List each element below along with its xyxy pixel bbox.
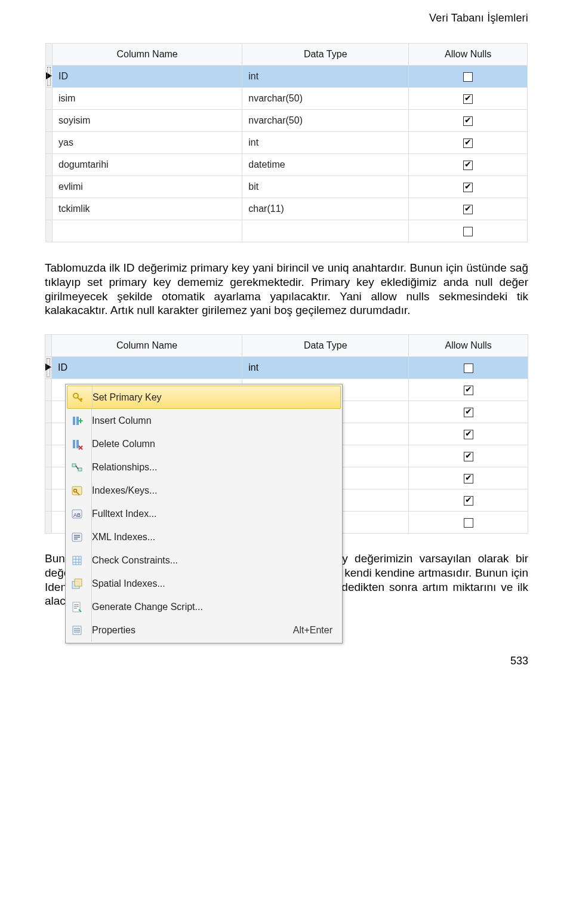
spatial-icon [69,575,85,592]
allow-nulls-checkbox[interactable] [464,386,473,395]
column-name-cell[interactable]: yas [53,132,242,154]
svg-text:AB: AB [73,512,81,518]
menu-item-label: Set Primary Key [93,392,337,403]
header-data-type[interactable]: Data Type [242,335,409,357]
menu-item-fulltext-index[interactable]: ABFulltext Index... [67,502,341,525]
row-gutter[interactable] [45,401,52,423]
allow-nulls-cell[interactable] [409,467,528,489]
table-row[interactable]: IDint [46,66,528,88]
data-type-cell[interactable]: int [242,66,409,88]
column-name-cell[interactable]: ID [53,66,242,88]
row-gutter[interactable] [46,110,53,132]
header-data-type[interactable]: Data Type [242,44,409,66]
data-type-cell[interactable]: bit [242,176,409,198]
allow-nulls-cell[interactable] [409,88,528,110]
column-name-cell[interactable]: soyisim [53,110,242,132]
table-row[interactable]: yasint [46,132,528,154]
row-gutter[interactable] [45,357,52,379]
row-gutter[interactable] [45,467,52,489]
allow-nulls-cell[interactable] [409,198,528,220]
allow-nulls-checkbox[interactable] [463,116,473,126]
header-column-name[interactable]: Column Name [53,44,242,66]
allow-nulls-cell[interactable] [409,66,528,88]
allow-nulls-checkbox[interactable] [463,205,473,214]
menu-item-properties[interactable]: PropertiesAlt+Enter [67,618,341,642]
table-row[interactable] [46,220,528,242]
svg-rect-14 [75,579,82,586]
data-type-cell[interactable]: int [242,357,409,379]
allow-nulls-cell[interactable] [409,445,528,467]
insert-col-icon [69,412,85,429]
table-row[interactable]: tckimlikchar(11) [46,198,528,220]
allow-nulls-cell[interactable] [409,489,528,512]
row-gutter[interactable] [46,198,53,220]
column-name-cell[interactable]: ID [52,357,242,379]
row-gutter[interactable] [46,154,53,176]
allow-nulls-checkbox[interactable] [463,227,473,236]
allow-nulls-checkbox[interactable] [463,94,473,104]
menu-item-indexes-keys[interactable]: Indexes/Keys... [67,479,341,502]
table-row[interactable]: dogumtarihidatetime [46,154,528,176]
data-type-cell[interactable] [242,220,409,242]
menu-item-delete-column[interactable]: Delete Column [67,432,341,455]
menu-item-xml-indexes[interactable]: XML Indexes... [67,525,341,549]
column-name-cell[interactable]: tckimlik [53,198,242,220]
allow-nulls-checkbox[interactable] [464,408,473,417]
column-name-cell[interactable]: dogumtarihi [53,154,242,176]
table-row[interactable]: evlimibit [46,176,528,198]
allow-nulls-cell[interactable] [409,512,528,534]
allow-nulls-checkbox[interactable] [464,474,473,483]
column-name-cell[interactable]: isim [53,88,242,110]
allow-nulls-cell[interactable] [409,132,528,154]
menu-item-label: Delete Column [92,439,337,449]
data-type-cell[interactable]: char(11) [242,198,409,220]
table-row[interactable]: isimnvarchar(50) [46,88,528,110]
allow-nulls-checkbox[interactable] [463,138,473,148]
allow-nulls-cell[interactable] [409,423,528,445]
allow-nulls-checkbox[interactable] [464,364,473,373]
table-row[interactable]: soyisimnvarchar(50) [46,110,528,132]
allow-nulls-cell[interactable] [409,154,528,176]
menu-item-label: Generate Change Script... [92,602,337,612]
allow-nulls-checkbox[interactable] [464,518,473,528]
allow-nulls-cell[interactable] [409,357,528,379]
row-gutter[interactable] [45,423,52,445]
row-gutter[interactable] [45,379,52,401]
header-allow-nulls[interactable]: Allow Nulls [409,335,528,357]
allow-nulls-checkbox[interactable] [464,452,473,461]
svg-rect-5 [72,464,76,467]
row-gutter[interactable] [46,88,53,110]
menu-item-insert-column[interactable]: Insert Column [67,409,341,432]
header-column-name[interactable]: Column Name [52,335,242,357]
header-allow-nulls[interactable]: Allow Nulls [409,44,528,66]
menu-item-spatial-indexes[interactable]: Spatial Indexes... [67,572,341,595]
allow-nulls-checkbox[interactable] [463,72,473,82]
allow-nulls-cell[interactable] [409,176,528,198]
allow-nulls-checkbox[interactable] [464,496,473,506]
menu-item-set-primary-key[interactable]: Set Primary Key [67,386,341,409]
row-gutter[interactable] [46,132,53,154]
allow-nulls-cell[interactable] [409,110,528,132]
allow-nulls-cell[interactable] [409,379,528,401]
row-gutter[interactable] [46,176,53,198]
row-gutter[interactable] [46,220,53,242]
menu-item-relationships[interactable]: Relationships... [67,455,341,479]
allow-nulls-checkbox[interactable] [463,161,473,170]
data-type-cell[interactable]: nvarchar(50) [242,110,409,132]
row-gutter[interactable] [45,489,52,512]
row-gutter[interactable] [45,512,52,534]
allow-nulls-checkbox[interactable] [464,430,473,439]
row-gutter[interactable] [46,66,53,88]
row-gutter[interactable] [45,445,52,467]
allow-nulls-cell[interactable] [409,220,528,242]
table-row[interactable]: IDint [45,357,528,379]
data-type-cell[interactable]: datetime [242,154,409,176]
data-type-cell[interactable]: nvarchar(50) [242,88,409,110]
allow-nulls-cell[interactable] [409,401,528,423]
column-name-cell[interactable] [53,220,242,242]
allow-nulls-checkbox[interactable] [463,183,473,192]
menu-item-check-constraints[interactable]: Check Constraints... [67,549,341,572]
data-type-cell[interactable]: int [242,132,409,154]
menu-item-generate-change-script[interactable]: Generate Change Script... [67,595,341,618]
column-name-cell[interactable]: evlimi [53,176,242,198]
